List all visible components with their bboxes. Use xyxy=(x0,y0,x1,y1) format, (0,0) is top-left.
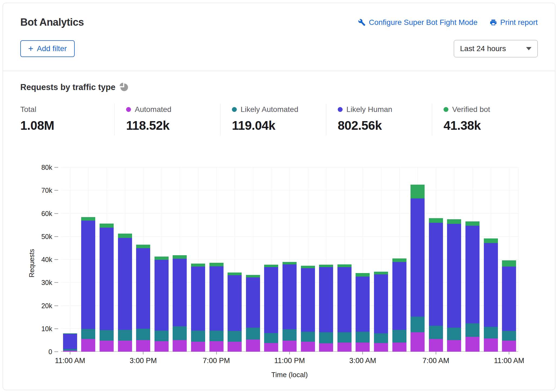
bar-5-00-pm-6[interactable] xyxy=(173,167,187,352)
bar-segment-likely-human xyxy=(411,198,425,316)
y-tick-mark xyxy=(54,282,58,283)
time-range-value: Last 24 hours xyxy=(460,44,506,53)
bar-segment-verified-bot xyxy=(228,273,242,275)
bar-segment-likely-human xyxy=(246,277,260,328)
bar-segment-automated xyxy=(155,341,169,352)
bar-segment-likely-human xyxy=(264,267,278,333)
bar-segment-likely-automated xyxy=(246,328,260,340)
bar-segment-likely-human xyxy=(392,262,406,330)
print-report-link[interactable]: Print report xyxy=(490,18,538,27)
bar-segment-likely-human xyxy=(228,275,242,331)
bar-segment-likely-human xyxy=(319,267,333,332)
legend-dot-verified-bot xyxy=(444,107,448,112)
stat-label: Automated xyxy=(135,105,171,114)
bar-9-00-pm-10[interactable] xyxy=(246,167,260,352)
bar-7-00-pm-8[interactable] xyxy=(209,167,224,352)
x-tick-label: 11:00 PM xyxy=(274,357,305,365)
bar-segment-automated xyxy=(246,340,260,352)
bar-4-00-pm-5[interactable] xyxy=(155,167,169,352)
x-tick-mark xyxy=(509,352,509,354)
bar-11-00-am-24[interactable] xyxy=(502,167,516,352)
y-axis: 010k20k30k40k50k60k70k80k xyxy=(20,167,61,352)
bar-segment-verified-bot xyxy=(209,263,224,266)
x-tick-label: 7:00 PM xyxy=(203,357,230,365)
stat-value: 118.52k xyxy=(126,118,218,133)
bar-8-00-am-21[interactable] xyxy=(447,167,461,352)
bar-1-00-pm-2[interactable] xyxy=(100,167,114,352)
bar-segment-verified-bot xyxy=(63,333,77,334)
bar-segment-automated xyxy=(136,340,150,352)
bar-segment-likely-automated xyxy=(264,333,278,343)
bar-segment-verified-bot xyxy=(173,255,187,259)
bar-segment-likely-human xyxy=(209,266,224,331)
plus-icon: + xyxy=(28,46,33,52)
stat-label: Verified bot xyxy=(452,105,490,114)
add-filter-button[interactable]: + Add filter xyxy=(20,40,75,57)
bar-segment-verified-bot xyxy=(411,185,425,198)
header-links: Configure Super Bot Fight Mode Print rep… xyxy=(358,18,538,27)
y-tick-label: 70k xyxy=(41,187,52,194)
y-tick-mark xyxy=(54,351,58,352)
y-tick-label: 30k xyxy=(41,279,52,287)
bar-segment-likely-automated xyxy=(465,323,480,337)
bar-3-00-am-16[interactable] xyxy=(356,167,370,352)
legend-dot-likely-human xyxy=(338,107,343,112)
bar-segment-likely-automated xyxy=(173,326,187,340)
pie-chart-icon xyxy=(120,83,128,91)
bar-segment-verified-bot xyxy=(356,273,370,277)
bar-segment-likely-automated xyxy=(484,327,498,338)
bar-segment-verified-bot xyxy=(191,264,205,267)
bar-2-00-pm-3[interactable] xyxy=(118,167,132,352)
bar-6-00-am-19[interactable] xyxy=(411,167,425,352)
bar-segment-automated xyxy=(429,339,443,352)
bar-segment-likely-automated xyxy=(337,332,352,343)
configure-super-bot-fight-mode-link[interactable]: Configure Super Bot Fight Mode xyxy=(358,18,478,27)
bar-segment-verified-bot xyxy=(301,266,315,268)
y-tick-mark xyxy=(54,259,58,260)
bar-segment-verified-bot xyxy=(374,272,388,274)
x-tick-mark xyxy=(216,352,217,354)
bar-segment-verified-bot xyxy=(118,234,132,238)
bar-1-00-am-14[interactable] xyxy=(319,167,333,352)
bar-segment-likely-automated xyxy=(502,331,516,341)
bar-segment-automated xyxy=(447,340,461,352)
bar-7-00-am-20[interactable] xyxy=(429,167,443,352)
bar-2-00-am-15[interactable] xyxy=(337,167,352,352)
time-range-select[interactable]: Last 24 hours xyxy=(454,40,538,57)
bar-segment-likely-automated xyxy=(191,331,205,342)
bar-segment-likely-human xyxy=(81,221,95,329)
requests-by-traffic-type-chart[interactable]: Requests 010k20k30k40k50k60k70k80k 11:00… xyxy=(20,151,538,384)
x-tick-label: 7:00 AM xyxy=(422,357,449,365)
bar-segment-automated xyxy=(100,341,114,352)
bar-12-00-pm-1[interactable] xyxy=(81,167,95,352)
stat-card: Verified bot 41.38k xyxy=(432,104,538,135)
bar-segment-automated xyxy=(465,337,480,352)
y-tick-mark xyxy=(54,190,58,191)
bar-segment-likely-automated xyxy=(447,328,461,340)
bar-segment-automated xyxy=(374,343,388,352)
y-tick-label: 0 xyxy=(48,348,52,356)
bar-segment-automated xyxy=(392,343,406,352)
bar-segment-automated xyxy=(319,343,333,352)
bar-8-00-pm-9[interactable] xyxy=(228,167,242,352)
bar-segment-likely-automated xyxy=(63,349,77,351)
bar-4-00-am-17[interactable] xyxy=(374,167,388,352)
bar-6-00-pm-7[interactable] xyxy=(191,167,205,352)
bar-segment-automated xyxy=(191,342,205,352)
x-tick-mark xyxy=(143,352,143,354)
printer-icon xyxy=(490,19,497,26)
bar-segment-verified-bot xyxy=(447,219,461,224)
stat-label: Likely Automated xyxy=(241,105,298,114)
bar-3-00-pm-4[interactable] xyxy=(136,167,150,352)
bar-10-00-pm-11[interactable] xyxy=(264,167,278,352)
x-tick-mark xyxy=(70,352,70,354)
bar-12-00-am-13[interactable] xyxy=(301,167,315,352)
stat-card: Likely Human 802.56k xyxy=(326,104,432,135)
bar-segment-likely-automated xyxy=(209,331,224,341)
bar-11-00-am-0[interactable] xyxy=(63,167,77,352)
bar-11-00-pm-12[interactable] xyxy=(283,167,297,352)
bar-segment-likely-automated xyxy=(136,329,150,340)
bar-10-00-am-23[interactable] xyxy=(484,167,498,352)
bar-5-00-am-18[interactable] xyxy=(392,167,406,352)
bar-9-00-am-22[interactable] xyxy=(465,167,480,352)
